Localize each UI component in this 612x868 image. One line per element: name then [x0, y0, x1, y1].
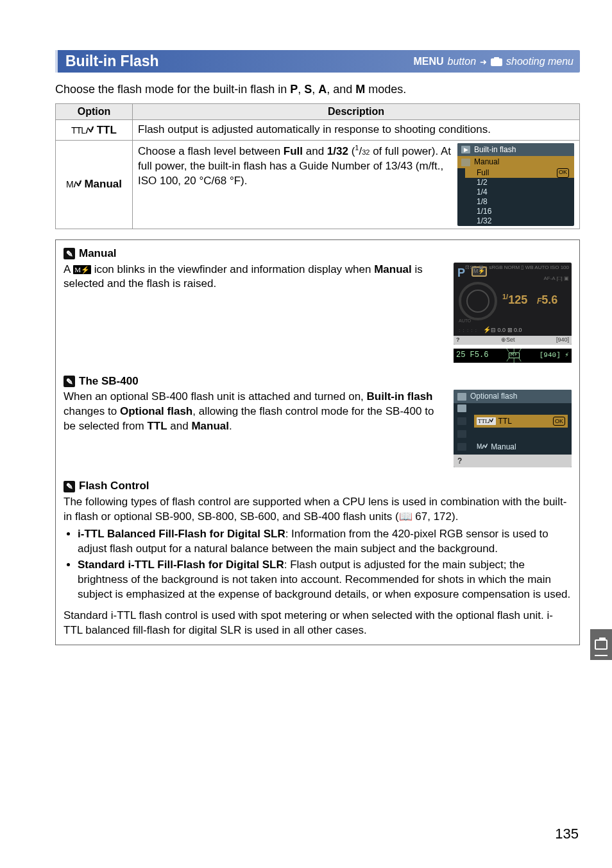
sb-b4: Manual	[191, 420, 229, 432]
help-icon: ?	[456, 336, 460, 343]
lcd-item: 1/32	[477, 216, 491, 226]
fc-footer: Standard i-TTL flash control is used wit…	[64, 609, 572, 638]
page-number: 135	[555, 826, 579, 842]
lcd-item: 1/16	[477, 207, 491, 216]
lcd-item: 1/4	[477, 187, 488, 197]
th-option: Option	[56, 104, 133, 120]
desc-132: 1/32	[327, 145, 348, 157]
intro-text: Choose the flash mode for the built-in f…	[55, 82, 580, 97]
pencil-icon	[64, 376, 75, 387]
lcd-selected: Manual	[474, 157, 499, 167]
vf-right: [940] ⚡	[540, 351, 569, 360]
bullet-lead: i-TTL Balanced Fill-Flash for Digital SL…	[78, 528, 285, 540]
frame-count: [940]	[556, 336, 569, 343]
option-manual: M🗲 Manual	[56, 141, 133, 229]
shutter-val: 125	[508, 293, 527, 306]
th-description: Description	[133, 104, 580, 120]
sb-end: .	[229, 420, 232, 432]
sb-b1: Built-in flash	[367, 390, 433, 403]
note-manual: Manual A M⚡ icon blinks in the viewfinde…	[64, 247, 572, 363]
list-item: i-TTL Balanced Fill-Flash for Digital SL…	[78, 527, 572, 557]
vf-left: 25 F5.6	[456, 350, 488, 360]
intro-prefix: Choose the flash mode for the built-in f…	[55, 83, 290, 96]
desc-full: Full	[284, 145, 303, 157]
desc-ttl: Flash output is adjusted automatically i…	[133, 120, 580, 141]
note-sb400: The SB-400 When an optional SB-400 flash…	[64, 374, 572, 468]
mode-a: A	[318, 83, 327, 96]
arrow-icon	[480, 56, 487, 67]
ok-badge: OK	[557, 168, 569, 178]
viewfinder-strip: 25 F5.6 M⚡ [940] ⚡	[454, 349, 572, 363]
nm-p2: icon blinks in the viewfinder and inform…	[91, 263, 374, 275]
camera-tab-icon	[461, 159, 470, 166]
blink-icon: M⚡	[506, 349, 522, 363]
sb-p2: changes to	[64, 405, 120, 417]
desc-and: and	[303, 145, 327, 157]
note-fc-heading: Flash Control	[79, 479, 149, 494]
note-manual-heading: Manual	[79, 247, 117, 261]
set-label: ⊕Set	[501, 336, 515, 343]
tab-underline	[595, 655, 608, 656]
lcd2-title: Optional flash	[470, 391, 517, 401]
sb-and: and	[167, 420, 192, 432]
mode-s: S	[304, 83, 312, 96]
help-icon: ?	[457, 456, 462, 466]
lcd-item: 1/2	[477, 178, 488, 187]
playback-icon: ▶	[461, 146, 470, 153]
camera-icon	[491, 57, 502, 66]
intro-suffix: modes.	[365, 83, 406, 96]
mode-p: P	[290, 83, 298, 96]
note-flash-control: Flash Control The following types of fla…	[64, 479, 572, 638]
options-table: Option Description TTL🗲 TTL Flash output…	[55, 103, 580, 229]
vf-m-badge: M⚡	[509, 352, 520, 358]
ok-badge: OK	[553, 417, 565, 426]
exposure-dial-icon	[459, 282, 497, 320]
playback-tab-icon	[457, 393, 466, 401]
info-rightcol: AF-A [□] ▣	[543, 275, 569, 282]
note-sb400-heading: The SB-400	[79, 374, 139, 389]
lcd-builtin-flash: ▶ Built-in flash Manual	[457, 143, 574, 225]
nm-p1: A	[64, 263, 73, 275]
section-title: Built-in Flash	[65, 53, 159, 70]
lcd2-manual: Manual	[491, 442, 516, 452]
frac-d: 32	[362, 148, 370, 156]
desc-manual: Choose a flash level between Full and 1/…	[133, 141, 580, 229]
sb-p1: When an optional SB-400 flash unit is at…	[64, 390, 367, 403]
menu-target: shooting menu	[506, 56, 574, 67]
lcd-item: Full	[477, 168, 489, 178]
option-manual-label: Manual	[84, 178, 122, 190]
notes-box: Manual A M⚡ icon blinks in the viewfinde…	[55, 239, 580, 645]
desc-paren: (	[348, 145, 355, 157]
lcd2-ttl: TTL	[498, 416, 512, 426]
shutter-pre: 1/	[502, 293, 508, 300]
ttl-prefix-icon: TTL🗲	[71, 125, 94, 135]
list-item: Standard i-TTL Fill-Flash for Digital SL…	[78, 558, 572, 602]
camera-tab-icon	[457, 404, 466, 412]
auto-label: AUTO	[459, 318, 471, 324]
nm-bold: Manual	[374, 263, 412, 275]
menu-path: MENU button shooting menu	[413, 56, 574, 67]
pencil-icon	[64, 481, 75, 492]
table-row: M🗲 Manual Choose a flash level between F…	[56, 141, 580, 229]
section-header: Built-in Flash MENU button shooting menu	[55, 50, 580, 73]
ev-readout: ⊟ 0.0 ⊠ 0.0	[491, 326, 522, 334]
af-points-icon: : : : : :	[459, 327, 477, 334]
shutter-speed: 1/125	[502, 292, 527, 308]
retouch-tab-icon	[457, 430, 466, 438]
info-display: P M⚡ ⊡SD ▣ ♪ sRGB NORM ▯ WB AUTO ISO 100…	[454, 263, 572, 345]
ttl-prefix-icon: TTL🗲	[477, 417, 496, 425]
sb-b3: TTL	[147, 420, 167, 432]
side-tab	[590, 629, 612, 660]
option-ttl-label: TTL	[97, 124, 117, 136]
lcd-title: Built-in flash	[474, 144, 516, 155]
info-topright: ⊡SD ▣ ♪ sRGB NORM ▯ WB AUTO ISO 100	[465, 265, 569, 271]
m-prefix-icon: M🗲	[477, 442, 488, 451]
fc-bullets: i-TTL Balanced Fill-Flash for Digital SL…	[64, 527, 572, 602]
pencil-tab-icon	[457, 417, 466, 425]
desc-manual-p1: Choose a flash level between	[138, 145, 284, 157]
fc-intro: The following types of flash control are…	[64, 495, 572, 525]
pencil-icon	[64, 248, 75, 259]
table-row: TTL🗲 TTL Flash output is adjusted automa…	[56, 120, 580, 141]
manual-prefix-icon: M🗲	[66, 179, 81, 189]
m-flash-icon: M⚡	[73, 265, 91, 275]
